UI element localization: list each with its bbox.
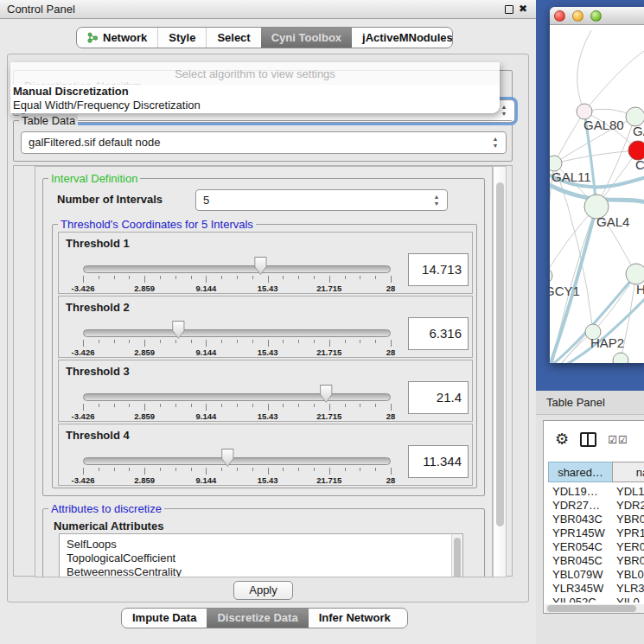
threshold-value-field[interactable]: 11.344 bbox=[408, 445, 469, 478]
tab-network[interactable]: Network bbox=[77, 28, 157, 48]
slider-ticks bbox=[83, 276, 391, 284]
network-canvas[interactable]: GAL80GACGAL11GAL4GCY1HHAP2 bbox=[550, 25, 644, 363]
tick-mark bbox=[206, 404, 207, 411]
tick-mark bbox=[206, 276, 207, 283]
tab-cyni-toolbox[interactable]: Cyni Toolbox bbox=[261, 28, 352, 48]
tick-mark bbox=[160, 276, 161, 279]
tick-mark bbox=[175, 276, 176, 279]
top-tab-bar: Network Style Select Cyni Toolbox jActiv… bbox=[76, 27, 453, 48]
algorithm-option-manual[interactable]: Manual Discretization bbox=[10, 85, 500, 99]
control-panel-title: Control Panel bbox=[7, 3, 75, 16]
bottom-tab-bar: Impute Data Discretize Data Infer Networ… bbox=[121, 608, 408, 628]
table-row[interactable]: YER054CYER0 bbox=[544, 540, 644, 554]
table-row[interactable]: YPR145WYPR1 bbox=[544, 526, 644, 540]
tick-mark bbox=[99, 276, 99, 279]
table-data-select[interactable]: galFiltered.sif default node bbox=[21, 131, 507, 154]
tick-label: 28 bbox=[386, 348, 396, 357]
tick-mark bbox=[191, 340, 192, 343]
checkboxes-icon[interactable] bbox=[608, 433, 628, 446]
settings-vertical-scrollbar[interactable] bbox=[493, 166, 507, 577]
network-window-titlebar bbox=[550, 7, 644, 25]
attribute-item[interactable]: BetweennessCentrality bbox=[60, 565, 450, 577]
tick-mark bbox=[360, 404, 360, 407]
tab-label: Impute Data bbox=[132, 609, 196, 628]
tick-mark bbox=[83, 404, 84, 411]
table-row[interactable]: YDL19…YDL1 bbox=[544, 485, 644, 499]
table-cell: YDL1 bbox=[616, 485, 644, 499]
tick-mark bbox=[252, 468, 253, 471]
column-header-name[interactable]: na bbox=[612, 462, 644, 482]
slider-thumb[interactable] bbox=[171, 321, 185, 339]
attribute-item[interactable]: TopologicalCoefficient bbox=[60, 552, 450, 565]
window-minimize-button[interactable] bbox=[572, 10, 583, 22]
combo-arrows-icon bbox=[500, 104, 508, 118]
threshold-value-field[interactable]: 6.316 bbox=[408, 317, 469, 350]
tab-impute-data[interactable]: Impute Data bbox=[122, 609, 207, 628]
slider-tick-labels: -3.4262.8599.14415.4321.71528 bbox=[83, 475, 391, 485]
network-node-label: GCY1 bbox=[550, 284, 580, 298]
table-cell: YLR345W bbox=[552, 582, 603, 596]
attributes-list-scrollbar[interactable] bbox=[451, 534, 462, 577]
tick-label: 9.144 bbox=[196, 475, 217, 485]
network-node[interactable] bbox=[550, 268, 552, 284]
close-icon[interactable] bbox=[519, 3, 527, 15]
tick-mark bbox=[345, 340, 346, 343]
tab-label: Select bbox=[217, 28, 250, 48]
tab-label: Network bbox=[103, 28, 147, 48]
threshold-value-field[interactable]: 21.4 bbox=[408, 381, 469, 414]
table-row[interactable]: YIL052CYIL0 bbox=[544, 596, 644, 603]
window-zoom-button[interactable] bbox=[590, 10, 602, 22]
tick-mark bbox=[191, 404, 192, 407]
algorithm-option-equal-width[interactable]: Equal Width/Frequency Discretization bbox=[10, 99, 500, 113]
table-row[interactable]: YBR045CYBR0 bbox=[544, 554, 644, 568]
tick-mark bbox=[114, 340, 115, 343]
gear-icon[interactable] bbox=[555, 430, 569, 449]
numerical-attributes-listbox[interactable]: SelfLoopsTopologicalCoefficientBetweenne… bbox=[59, 533, 463, 577]
tick-mark bbox=[191, 468, 192, 471]
table-row[interactable]: YBL079WYBL0 bbox=[544, 568, 644, 582]
table-row[interactable]: YLR345WYLR3 bbox=[544, 582, 644, 596]
table-cell: YPR1 bbox=[616, 526, 644, 540]
table-hscrollbar-thumb[interactable] bbox=[547, 605, 636, 612]
table-cell: YLR3 bbox=[616, 582, 644, 596]
window-close-button[interactable] bbox=[554, 10, 565, 22]
tab-style[interactable]: Style bbox=[157, 28, 206, 48]
slider-thumb[interactable] bbox=[220, 449, 234, 467]
tab-select[interactable]: Select bbox=[206, 28, 260, 48]
slider-thumb[interactable] bbox=[253, 257, 267, 275]
table-cell: YBR0 bbox=[616, 554, 644, 568]
thresholds-group: Threshold's Coordinates for 5 Intervals … bbox=[52, 224, 477, 488]
tick-mark bbox=[83, 340, 84, 347]
settings-scrollbar-thumb[interactable] bbox=[496, 182, 504, 526]
cyni-toolbox-panel: Discretization Algorithm Table Data galF… bbox=[7, 54, 529, 603]
table-row[interactable]: YBR043CYBR0 bbox=[544, 513, 644, 526]
table-horizontal-scrollbar[interactable] bbox=[545, 604, 644, 613]
tick-label: 2.859 bbox=[134, 411, 155, 421]
split-columns-icon[interactable] bbox=[580, 432, 596, 447]
screen: { "colors": { "accent_blue": "#3c60a6", … bbox=[0, 0, 644, 644]
table-cell: YBR043C bbox=[552, 513, 603, 526]
tick-mark bbox=[129, 340, 130, 343]
tick-label: 21.715 bbox=[316, 411, 341, 421]
slider-thumb[interactable] bbox=[319, 385, 333, 403]
threshold-value-field[interactable]: 14.713 bbox=[408, 253, 469, 286]
algorithm-dropdown-popup: Select algorithm to view settings Manual… bbox=[10, 62, 500, 113]
slider-ticks bbox=[83, 468, 391, 475]
table-cell: YER0 bbox=[616, 540, 644, 554]
threshold-panel: Threshold 1 -3.4262.8599.14415.4321.7152… bbox=[58, 232, 473, 294]
attributes-scrollbar-thumb[interactable] bbox=[454, 538, 461, 577]
tab-discretize-data[interactable]: Discretize Data bbox=[207, 609, 308, 628]
tab-infer-network[interactable]: Infer Network bbox=[309, 609, 401, 628]
tab-label: Infer Network bbox=[319, 609, 391, 628]
tick-mark bbox=[375, 468, 376, 471]
network-node[interactable] bbox=[613, 353, 628, 363]
table-row[interactable]: YDR27…YDR2 bbox=[544, 499, 644, 513]
tab-jactivemnodules[interactable]: jActiveMNodules bbox=[352, 28, 453, 48]
tick-mark bbox=[206, 340, 207, 347]
apply-button[interactable]: Apply bbox=[233, 581, 293, 600]
number-of-intervals-spinner[interactable]: 5 bbox=[195, 189, 448, 211]
column-header-shared-name[interactable]: shared… bbox=[548, 462, 613, 482]
attribute-item[interactable]: SelfLoops bbox=[60, 538, 450, 552]
float-window-icon[interactable] bbox=[505, 5, 513, 14]
network-node-label: C bbox=[635, 157, 644, 172]
